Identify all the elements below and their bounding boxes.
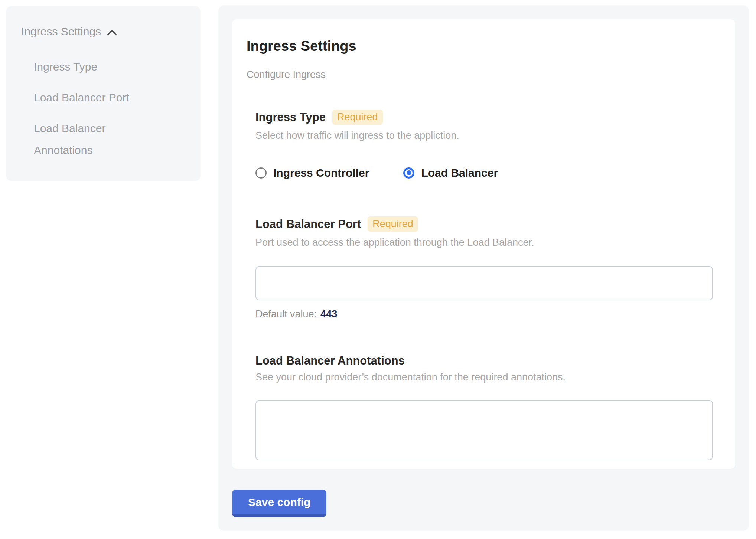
form-sections: Ingress Type Required Select how traffic…: [255, 110, 713, 460]
ingress-controller-radio-option[interactable]: Ingress Controller: [255, 167, 369, 179]
load-balancer-port-section: Load Balancer Port Required Port used to…: [255, 216, 713, 319]
load-balancer-port-description: Port used to access the application thro…: [255, 236, 713, 249]
default-value-label: Default value:: [255, 308, 317, 320]
page-subtitle: Configure Ingress: [247, 70, 713, 80]
main-content-area: Ingress Settings Configure Ingress Ingre…: [218, 5, 749, 531]
sidebar-item-list: Ingress Type Load Balancer Port Load Bal…: [34, 56, 201, 161]
ingress-type-radio-group: Ingress Controller Load Balancer: [255, 167, 713, 179]
ingress-type-label: Ingress Type: [255, 111, 326, 123]
ingress-controller-radio-label: Ingress Controller: [273, 167, 369, 179]
default-value-row: Default value:443: [255, 309, 713, 319]
load-balancer-annotations-section: Load Balancer Annotations See your cloud…: [255, 355, 713, 461]
default-value-number: 443: [320, 308, 337, 320]
load-balancer-port-label: Load Balancer Port: [255, 218, 361, 230]
load-balancer-radio-label: Load Balancer: [421, 167, 498, 179]
radio-dot: [407, 170, 411, 175]
ingress-settings-card: Ingress Settings Configure Ingress Ingre…: [232, 19, 735, 469]
save-config-button[interactable]: Save config: [232, 490, 326, 517]
load-balancer-annotations-description: See your cloud provider’s documentation …: [255, 371, 713, 384]
sidebar-group-label: Ingress Settings: [21, 25, 101, 38]
radio-unselected-icon[interactable]: [255, 167, 267, 179]
ingress-type-description: Select how traffic will ingress to the a…: [255, 130, 713, 142]
required-badge: Required: [332, 110, 383, 125]
load-balancer-port-heading-row: Load Balancer Port Required: [255, 216, 713, 232]
load-balancer-annotations-heading-row: Load Balancer Annotations: [255, 355, 713, 366]
chevron-up-icon: [107, 29, 117, 36]
ingress-type-section: Ingress Type Required Select how traffic…: [255, 110, 713, 179]
required-badge: Required: [368, 216, 418, 232]
load-balancer-annotations-textarea[interactable]: [255, 400, 713, 460]
settings-sidebar: Ingress Settings Ingress Type Load Balan…: [6, 6, 201, 181]
sidebar-group-ingress-settings[interactable]: Ingress Settings: [21, 25, 201, 38]
sidebar-item-ingress-type[interactable]: Ingress Type: [34, 56, 149, 78]
sidebar-item-load-balancer-annotations[interactable]: Load Balancer Annotations: [34, 117, 149, 161]
load-balancer-port-input[interactable]: [255, 266, 713, 300]
radio-selected-icon[interactable]: [403, 167, 414, 179]
load-balancer-annotations-label: Load Balancer Annotations: [255, 355, 405, 366]
page-title: Ingress Settings: [247, 39, 713, 53]
load-balancer-radio-option[interactable]: Load Balancer: [403, 167, 498, 179]
sidebar-item-load-balancer-port[interactable]: Load Balancer Port: [34, 86, 149, 108]
ingress-type-heading-row: Ingress Type Required: [255, 110, 713, 125]
